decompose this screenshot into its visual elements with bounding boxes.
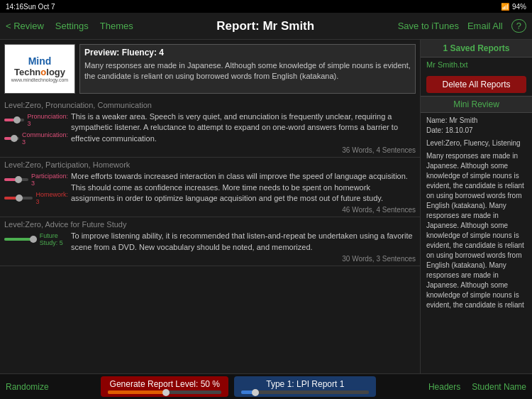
slider-futurestudy: Future Study: 5	[4, 232, 68, 246]
status-bar: 14:16 Sun Oct 7 📶 94%	[0, 0, 532, 13]
slider-homework: Homework: 3	[4, 191, 68, 205]
logo-sub: www.mindtechnology.com	[11, 77, 68, 82]
section-participation-body: More efforts towards increased interacti…	[71, 171, 416, 215]
logo: Mind Technology www.mindtechnology.com	[4, 44, 75, 94]
page-title: Report: Mr Smith	[133, 19, 398, 33]
status-date: Sun Oct 7	[23, 3, 55, 11]
logo-line1: Mind	[28, 55, 52, 67]
status-battery: 94%	[512, 3, 526, 11]
section-futurestudy: Level:Zero, Advice for Future Study Futu…	[0, 217, 420, 266]
themes-button[interactable]: Themes	[100, 21, 133, 31]
mini-date: Date: 18.10.07	[426, 126, 526, 136]
email-all-button[interactable]: Email All	[467, 21, 503, 31]
status-wifi: 📶	[501, 3, 509, 11]
bottom-bar: Randomize Generate Report Level: 50 % Ty…	[0, 373, 532, 399]
section-futurestudy-body: To improve listening ability, it is reco…	[71, 231, 416, 264]
save-itunes-button[interactable]: Save to iTunes	[398, 21, 459, 31]
sliders-participation: Participation: 3 Homework: 3	[4, 171, 68, 215]
slider-pronunciation: Pronunciation: 3	[4, 113, 68, 127]
back-button[interactable]: < Review	[6, 21, 44, 31]
section-pronunciation-header: Level:Zero, Pronunciation, Communication	[4, 101, 416, 109]
main-content: Mind Technology www.mindtechnology.com P…	[0, 40, 532, 373]
delete-all-button[interactable]: Delete All Reports	[426, 76, 526, 93]
section-pronunciation-body: This is a weaker area. Speech is very qu…	[71, 111, 416, 155]
section-participation-header: Level:Zero, Participation, Homework	[4, 160, 416, 169]
headers-button[interactable]: Headers	[428, 382, 460, 392]
left-panel: Mind Technology www.mindtechnology.com P…	[0, 40, 420, 373]
preview-title: Preview: Fluency: 4	[84, 48, 411, 58]
preview-box: Preview: Fluency: 4 Many responses are m…	[79, 44, 416, 94]
section-participation: Level:Zero, Participation, Homework Part…	[0, 158, 420, 217]
randomize-button[interactable]: Randomize	[6, 382, 49, 392]
sliders-pronunciation: Pronunciation: 3 Communication: 3	[4, 111, 68, 155]
slider-futurestudy-label: Future Study: 5	[40, 232, 68, 246]
saved-file-item[interactable]: Mr Smith.txt	[421, 58, 532, 72]
help-button[interactable]: ?	[511, 19, 526, 33]
generate-label: Generate Report Level: 50 %	[108, 379, 221, 389]
status-time: 14:16	[6, 3, 23, 11]
slider-participation-label: Participation: 3	[31, 173, 68, 187]
student-name-button[interactable]: Student Name	[472, 382, 526, 392]
section-pronunciation: Level:Zero, Pronunciation, Communication…	[0, 98, 420, 158]
word-count-1: 36 Words, 4 Sentences	[71, 146, 416, 155]
slider-pronunciation-label: Pronunciation: 3	[27, 113, 68, 127]
slider-communication: Communication: 3	[4, 131, 68, 146]
slider-homework-label: Homework: 3	[35, 191, 68, 205]
word-count-2: 46 Words, 4 Sentences	[71, 205, 416, 215]
right-panel: 1 Saved Reports Mr Smith.txt Delete All …	[420, 40, 532, 373]
preview-body: Many responses are made in Japanese. Alt…	[84, 60, 411, 82]
saved-reports-header: 1 Saved Reports	[421, 40, 532, 58]
mini-level: Level:Zero, Fluency, Listening	[426, 138, 526, 148]
generate-report-button[interactable]: Generate Report Level: 50 %	[101, 376, 228, 397]
type-button[interactable]: Type 1: LPI Report 1	[234, 376, 376, 397]
section-futurestudy-header: Level:Zero, Advice for Future Study	[4, 220, 416, 229]
settings-button[interactable]: Settings	[55, 21, 89, 31]
preview-section: Mind Technology www.mindtechnology.com P…	[0, 40, 420, 98]
mini-body: Many responses are made in Japanese. Alt…	[426, 151, 526, 310]
mini-review-header: Mini Review	[421, 96, 532, 113]
type-label: Type 1: LPI Report 1	[241, 379, 369, 389]
mini-review-content: Name: Mr Smith Date: 18.10.07 Level:Zero…	[421, 113, 532, 373]
word-count-3: 30 Words, 3 Sentences	[71, 254, 416, 264]
nav-bar: < Review Settings Themes Report: Mr Smit…	[0, 13, 532, 40]
slider-communication-label: Communication: 3	[22, 131, 68, 146]
mini-name: Name: Mr Smith	[426, 116, 526, 126]
logo-line2: Technology	[14, 67, 65, 77]
sliders-futurestudy: Future Study: 5	[4, 231, 68, 264]
slider-participation: Participation: 3	[4, 173, 68, 187]
